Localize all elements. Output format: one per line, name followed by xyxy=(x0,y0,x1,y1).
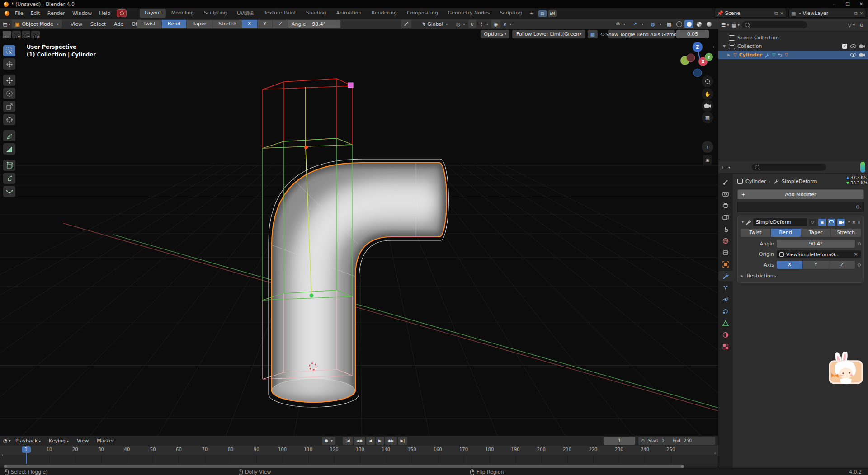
limit-dropdown[interactable]: Follow Lower Limit(Green)▾ xyxy=(512,30,585,38)
workspace-tab-compositing[interactable]: Compositing xyxy=(402,9,443,18)
gizmo-origin-handle-green[interactable] xyxy=(310,294,314,298)
zoom-view-icon[interactable] xyxy=(702,75,713,87)
annotation-placement-icon[interactable]: ▣ xyxy=(703,155,712,165)
animate-dot-icon[interactable] xyxy=(858,263,861,267)
show-in-editmode-cage-icon[interactable]: ▽ xyxy=(809,219,816,226)
overlays-dropdown[interactable]: ◍▾ xyxy=(646,20,664,28)
xray-toggle-icon[interactable]: ▩ xyxy=(665,20,674,28)
blender-menu-icon[interactable] xyxy=(5,11,9,16)
menu-view[interactable]: View xyxy=(73,437,92,445)
modifier-extras-icon[interactable]: ▾ xyxy=(848,220,850,224)
modifier-origin-field[interactable]: ViewSimpleDeformG... × xyxy=(777,250,861,258)
play-reverse-button[interactable]: ◀ xyxy=(366,437,375,445)
prev-keyframe-button[interactable]: ◀◆ xyxy=(354,437,365,445)
proportional-editing-icon[interactable]: ◉ xyxy=(491,20,500,28)
object-visibility-dropdown[interactable]: 👁▾ xyxy=(613,20,627,28)
jump-to-end-button[interactable]: ▶| xyxy=(398,437,408,445)
current-frame-field[interactable]: 1 xyxy=(604,437,635,445)
render-camera-icon[interactable] xyxy=(859,53,865,57)
orthographic-toggle-icon[interactable]: ▦ xyxy=(702,112,713,123)
viewport-menu-view[interactable]: View xyxy=(67,20,86,28)
filter-icon[interactable]: ▽▾ xyxy=(847,21,855,29)
timeline-scrollbar[interactable] xyxy=(4,465,684,468)
jump-to-start-button[interactable]: |◀ xyxy=(343,437,353,445)
header-deform-bend-button[interactable]: Bend xyxy=(162,20,187,28)
modifier-angle-slider[interactable]: 90.4° xyxy=(777,240,855,248)
breadcrumb-modifier[interactable]: SimpleDeform xyxy=(782,179,817,184)
menu-render[interactable]: Render xyxy=(44,9,69,18)
properties-editor-icon[interactable]: ≔▾ xyxy=(722,163,730,171)
transform-tool[interactable] xyxy=(3,114,15,125)
properties-tab-material[interactable] xyxy=(718,329,733,340)
mode-selector[interactable]: ▣ Object Mode▾ xyxy=(12,20,62,28)
modifier-mode-bend-button[interactable]: Bend xyxy=(771,229,801,237)
outliner-row-scene-collection[interactable]: Scene Collection xyxy=(718,33,868,42)
annotate-tool[interactable] xyxy=(3,130,15,141)
header-axis-x-button[interactable]: X xyxy=(242,20,258,28)
timeline-editor-icon[interactable]: ◔▾ xyxy=(3,437,11,445)
outliner-editor-icon[interactable]: ☰▾ xyxy=(721,21,729,29)
menu-edit[interactable]: Edit xyxy=(27,9,43,18)
channel-expand-arrow[interactable]: › xyxy=(1,452,3,458)
addon-curve-tool[interactable] xyxy=(3,186,15,197)
workspace-tab-modeling[interactable]: Modeling xyxy=(167,9,198,18)
collection-checkbox[interactable]: ✓ xyxy=(842,44,847,49)
modifier-mode-stretch-button[interactable]: Stretch xyxy=(831,229,861,237)
menu-window[interactable]: Window xyxy=(69,9,95,18)
header-deform-stretch-button[interactable]: Stretch xyxy=(212,20,242,28)
falloff-dropdown[interactable]: ∩▾ xyxy=(501,20,514,28)
realtime-display-icon[interactable] xyxy=(828,219,835,226)
language-button[interactable]: EN xyxy=(548,10,557,17)
unlink-icon[interactable]: × xyxy=(780,10,784,16)
gizmo-size-field[interactable]: 0.05 xyxy=(676,30,709,38)
workspace-tab-layout[interactable]: Layout xyxy=(140,9,165,18)
add-cube-tool[interactable] xyxy=(3,160,15,171)
maximize-button[interactable]: □ xyxy=(841,0,854,8)
workspace-tab-rendering[interactable]: Rendering xyxy=(367,9,401,18)
modifier-name-field[interactable]: SimpleDeform xyxy=(753,218,807,226)
copy-icon[interactable]: ⧉ xyxy=(774,10,778,16)
viewport-menu-select[interactable]: Select xyxy=(87,20,109,28)
hide-eye-icon[interactable] xyxy=(850,53,856,57)
menu-marker[interactable]: Marker xyxy=(93,437,118,445)
move-tool[interactable] xyxy=(3,75,15,86)
snap-magnet-icon[interactable]: ∪ xyxy=(468,20,476,28)
properties-tab-scene[interactable] xyxy=(718,224,733,234)
editor-type-icon[interactable]: ⬒▾ xyxy=(3,20,11,28)
header-deform-taper-button[interactable]: Taper xyxy=(187,20,212,28)
header-axis-y-button[interactable]: Y xyxy=(258,20,273,28)
properties-tab-modifier[interactable] xyxy=(718,271,733,281)
menu-keying[interactable]: Keying▾ xyxy=(45,437,72,445)
hide-eye-icon[interactable] xyxy=(850,44,856,48)
panel-collapse-icon[interactable]: ▾ xyxy=(742,220,744,224)
scene-selector[interactable]: 📌 Scene ⧉ × xyxy=(714,9,787,18)
eyedropper-icon[interactable] xyxy=(401,20,411,28)
header-deform-twist-button[interactable]: Twist xyxy=(137,20,162,28)
gizmo-limit-handle-orange[interactable] xyxy=(304,146,308,149)
editmode-display-icon[interactable]: ▣ xyxy=(818,219,826,226)
workspace-tab-shading[interactable]: Shading xyxy=(302,9,331,18)
show-bend-gizmo-button[interactable]: Show Toggle Bend Axis Gizmo xyxy=(608,30,675,38)
frame-range-fields[interactable]: ◷ Start 1 End 250 xyxy=(638,437,715,445)
gizmo-neg-z-ball[interactable] xyxy=(693,69,702,77)
close-button[interactable]: × xyxy=(854,0,868,8)
properties-tab-data[interactable] xyxy=(718,318,733,328)
remove-icon[interactable]: × xyxy=(859,10,863,16)
breadcrumb-object[interactable]: Cylinder xyxy=(745,179,766,184)
new-collection-icon[interactable]: ⧉ xyxy=(858,21,866,29)
shading-material-icon[interactable] xyxy=(694,20,703,28)
modifier-axis-y-button[interactable]: Y xyxy=(803,261,829,269)
modifier-axis-z-button[interactable]: Z xyxy=(829,261,855,269)
region-collapse-arrow[interactable]: ‹ xyxy=(712,44,714,50)
menu-help[interactable]: Help xyxy=(95,9,114,18)
properties-tab-output[interactable] xyxy=(718,200,733,211)
auto-keying-record-button[interactable]: ●▾ xyxy=(322,437,335,445)
delete-modifier-icon[interactable]: × xyxy=(852,219,856,225)
render-camera-icon[interactable] xyxy=(859,44,865,48)
timeline-collapse-arrow[interactable]: ‹ xyxy=(714,450,716,456)
properties-tab-render[interactable] xyxy=(718,188,733,199)
workspace-tab-geometry-nodes[interactable]: Geometry Nodes xyxy=(443,9,495,18)
modifier-axis-x-button[interactable]: X xyxy=(777,261,803,269)
properties-tab-object[interactable] xyxy=(718,259,733,269)
properties-tab-collection[interactable] xyxy=(718,247,733,258)
